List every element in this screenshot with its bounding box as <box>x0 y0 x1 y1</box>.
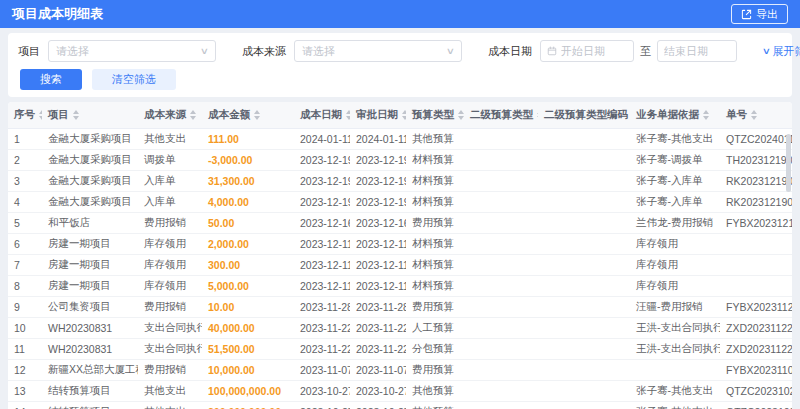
column-header-label: 成本来源 <box>144 108 186 122</box>
project-filter-label: 项目 <box>18 44 40 59</box>
table-cell: 和平饭店 <box>42 213 138 234</box>
table-cell: 12 <box>8 360 42 381</box>
table-cell: TH20231219001 <box>720 150 792 171</box>
table-cell <box>464 192 538 213</box>
table-cell: 费用报销 <box>138 297 202 318</box>
table-cell: 14 <box>8 402 42 409</box>
sort-icon[interactable] <box>402 110 406 120</box>
table-cell: 张子骞-入库单 <box>630 171 720 192</box>
sort-icon[interactable] <box>254 110 260 120</box>
table-cell: 2023-11-22 <box>350 339 406 360</box>
sort-icon[interactable] <box>190 110 196 120</box>
cost-date-start-picker[interactable] <box>540 40 634 62</box>
table-cell: ZXD20231122001 <box>720 339 792 360</box>
scrollbar-thumb[interactable] <box>786 134 791 192</box>
table-cell: 2023-10-27 <box>294 381 350 402</box>
table-cell <box>464 402 538 409</box>
table-cell: 费用报销 <box>138 213 202 234</box>
table-cell: 6 <box>8 234 42 255</box>
table-cell: 公司集资项目 <box>42 297 138 318</box>
date-range-separator: 至 <box>640 44 651 59</box>
column-header-label: 二级预算类型 <box>470 108 533 122</box>
table-cell: 新疆XX总部大厦工程二期 <box>42 360 138 381</box>
chevron-down-icon: ∨ <box>446 47 455 56</box>
table-cell: 张子骞-调拨单 <box>630 150 720 171</box>
table-cell: 2023-11-22 <box>350 318 406 339</box>
export-icon <box>741 9 752 20</box>
table-cell: 50.00 <box>202 213 294 234</box>
table-cell: 200,000,000.00 <box>202 402 294 409</box>
cost-source-select-placeholder: 请选择 <box>302 44 335 59</box>
column-header-3: 成本金额 <box>202 102 294 129</box>
table-cell <box>464 297 538 318</box>
sort-icon[interactable] <box>346 110 350 120</box>
clear-filter-button[interactable]: 清空筛选 <box>92 69 176 90</box>
column-header-9: 业务单据依据 <box>630 102 720 129</box>
table-cell <box>630 360 720 381</box>
table-cell: 111.00 <box>202 129 294 150</box>
filter-item-cost-source: 成本来源 请选择 ∨ <box>242 40 462 62</box>
table-cell <box>538 360 630 381</box>
table-cell: 调拨单 <box>138 150 202 171</box>
sort-icon[interactable] <box>39 110 42 120</box>
table-cell <box>538 255 630 276</box>
table-cell: 兰伟龙-费用报销 <box>630 213 720 234</box>
sort-icon[interactable] <box>458 110 464 120</box>
cost-source-select[interactable]: 请选择 ∨ <box>294 40 462 62</box>
sort-icon[interactable] <box>703 110 709 120</box>
search-button[interactable]: 搜索 <box>20 69 82 90</box>
table-cell: 库存领用 <box>138 234 202 255</box>
table-cell: 张子骞-入库单 <box>630 192 720 213</box>
table-cell: FYBX20231128001 <box>720 297 792 318</box>
table-cell: 2023-11-22 <box>294 339 350 360</box>
column-header-1: 项目 <box>42 102 138 129</box>
table-cell: 8 <box>8 276 42 297</box>
table-cell <box>538 192 630 213</box>
table-cell: 31,300.00 <box>202 171 294 192</box>
table-cell: 王洪-支出合同执行 <box>630 318 720 339</box>
table-cell: 2023-12-11 <box>350 276 406 297</box>
expand-filter-toggle[interactable]: ∨ 展开筛选 <box>763 44 800 59</box>
table-cell: 10 <box>8 318 42 339</box>
column-header-label: 预算类型 <box>412 108 454 122</box>
table-cell: 2023-12-11 <box>294 276 350 297</box>
table-cell: 材料预算 <box>406 255 464 276</box>
table-cell: 2023-12-16 <box>350 213 406 234</box>
table-cell: 张子骞-其他支出 <box>630 402 720 409</box>
table-cell <box>464 213 538 234</box>
sort-icon[interactable] <box>73 110 79 120</box>
vertical-scrollbar[interactable] <box>786 132 791 409</box>
table-cell: QTZC20231027002 <box>720 381 792 402</box>
cost-date-end-input[interactable] <box>664 45 730 57</box>
project-select[interactable]: 请选择 ∨ <box>48 40 216 62</box>
table-cell: 2 <box>8 150 42 171</box>
chevron-down-icon: ∨ <box>200 47 209 56</box>
table-cell: 材料预算 <box>406 276 464 297</box>
export-button[interactable]: 导出 <box>731 4 788 24</box>
table-cell: 其他预算 <box>406 381 464 402</box>
sort-icon[interactable] <box>751 110 757 120</box>
table-row: 8房建一期项目库存领用5,000.002023-12-112023-12-11材… <box>8 276 792 297</box>
table-cell <box>538 318 630 339</box>
sort-icon[interactable] <box>537 110 538 120</box>
table-cell: 4,000.00 <box>202 192 294 213</box>
table-row: 7房建一期项目库存领用300.002023-12-112023-12-11材料预… <box>8 255 792 276</box>
filter-item-project: 项目 请选择 ∨ <box>18 40 216 62</box>
table-row: 13结转预算项目其他支出100,000,000.002023-10-272023… <box>8 381 792 402</box>
table-cell: 2023-11-28 <box>350 297 406 318</box>
table-cell <box>720 276 792 297</box>
table-cell: 结转预算项目 <box>42 402 138 409</box>
table-cell: 1 <box>8 129 42 150</box>
table-cell: 张子骞-其他支出 <box>630 129 720 150</box>
cost-date-end-picker[interactable] <box>657 40 737 62</box>
table-cell <box>720 255 792 276</box>
cost-date-start-input[interactable] <box>561 45 627 57</box>
table-row: 5和平饭店费用报销50.002023-12-162023-12-16费用预算兰伟… <box>8 213 792 234</box>
table-header-row: 序号项目成本来源成本金额成本日期审批日期预算类型二级预算类型二级预算类型编码业务… <box>8 102 792 129</box>
table-cell: WH20230831 <box>42 339 138 360</box>
table-cell: 5,000.00 <box>202 276 294 297</box>
table-row: 2金融大厦采购项目调拨单-3,000.002023-12-192023-12-1… <box>8 150 792 171</box>
table-cell: RK20231219002 <box>720 192 792 213</box>
table-cell <box>464 171 538 192</box>
table-cell: 金融大厦采购项目 <box>42 171 138 192</box>
